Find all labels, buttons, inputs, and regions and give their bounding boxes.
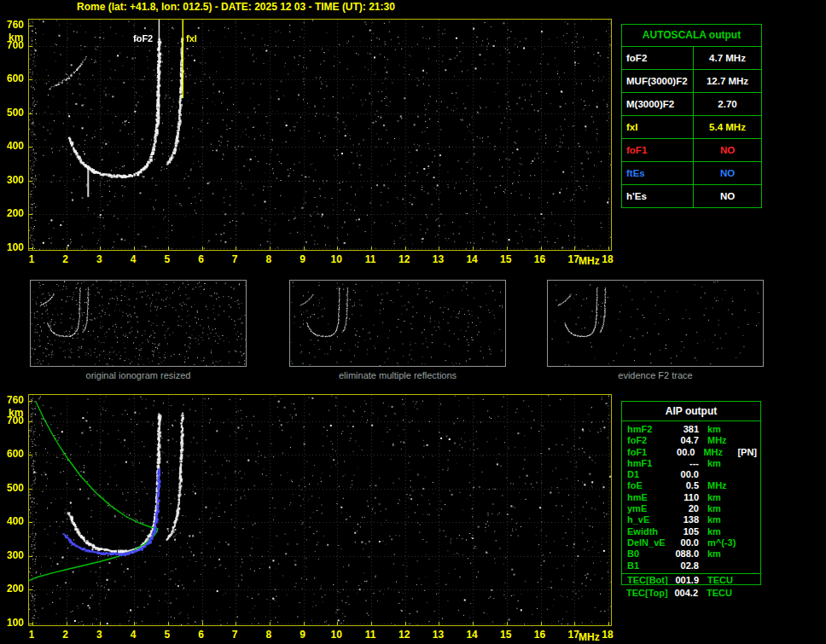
aip-row-unit: km (707, 424, 740, 435)
aip-row-value: 381 (672, 424, 699, 435)
aip-row-value: 02.8 (672, 560, 699, 571)
x-tick-label: 1 (25, 254, 38, 264)
aip-row-value: 00.0 (672, 469, 699, 480)
x-tick-label: 1 (25, 629, 38, 640)
aip-row-label: foF2 (627, 435, 672, 446)
processing-panel: original ionogram resized (30, 280, 247, 380)
x-tick-label: 8 (262, 254, 276, 264)
x-tick-label: 17 (567, 629, 580, 640)
processing-panel-canvas (290, 281, 505, 366)
aip-row: B0088.0km (627, 548, 757, 560)
x-tick-label: 3 (92, 629, 106, 640)
y-tick-label: 500 (2, 107, 24, 118)
aip-row-label: D1 (627, 469, 672, 480)
tec-row-label: TEC[Bot] (627, 575, 672, 586)
y-tick-label: 700 (2, 40, 24, 50)
aip-row-label: h_vE (627, 514, 672, 525)
autoscala-row-value: 5.4 MHz (694, 116, 761, 138)
tec-row-value: 001.9 (672, 575, 699, 586)
y-tick-label: 300 (2, 175, 24, 185)
y-tick-label: 700 (2, 415, 24, 426)
x-tick-label: 9 (296, 629, 310, 640)
top-x-unit-label: MHz (579, 255, 600, 267)
processing-panel-canvas (548, 281, 763, 366)
aip-row: Ewidth105km (627, 526, 757, 537)
autoscala-row-value: NO (694, 162, 761, 184)
aip-row: B102.8 (627, 560, 757, 571)
top-ionogram-plot: foF2 fxI (28, 19, 612, 251)
aip-row-value: 20 (672, 503, 699, 514)
aip-row: foF100.0MHz[PN] (627, 447, 757, 458)
autoscala-row-label: ftEs (622, 162, 694, 184)
aip-row-unit: km (707, 503, 740, 514)
x-tick-label: 11 (364, 629, 377, 640)
y-tick-label: 500 (2, 483, 24, 493)
autoscala-table-rows: foF24.7 MHzMUF(3000)F212.7 MHzM(3000)F22… (622, 47, 761, 207)
aip-row: foF204.7MHz (627, 435, 757, 446)
aip-row-value: --- (672, 458, 699, 469)
aip-row-value: 0.5 (672, 480, 699, 491)
x-tick-label: 10 (329, 254, 343, 264)
x-tick-label: 11 (364, 254, 377, 264)
autoscala-row: h'EsNO (622, 185, 761, 207)
aip-row-unit (707, 560, 740, 571)
autoscala-row-label: fxI (622, 116, 694, 138)
aip-row-value: 110 (672, 492, 699, 503)
x-tick-label: 7 (228, 629, 241, 640)
x-tick-label: 7 (228, 254, 241, 264)
y-tick-label: 600 (2, 449, 24, 459)
aip-row-label: ymE (627, 503, 672, 514)
x-tick-label: 16 (533, 254, 547, 264)
x-tick-label: 15 (499, 629, 513, 640)
x-tick-label: 10 (329, 629, 343, 640)
x-tick-label: 5 (160, 254, 174, 264)
processing-panel-frame (30, 280, 247, 367)
x-tick-label: 16 (533, 629, 547, 640)
autoscala-row-label: MUF(3000)F2 (622, 70, 694, 92)
tec-bottom-box: TEC[Bot]001.9TECU (622, 573, 760, 586)
x-tick-label: 17 (567, 254, 580, 264)
aip-row-value: 138 (672, 514, 699, 525)
x-tick-label: 12 (398, 629, 411, 640)
aip-row-value: 00.0 (672, 537, 699, 548)
aip-row-unit: MHz (707, 435, 740, 446)
x-tick-label: 14 (465, 254, 479, 264)
aip-row-label: hmF2 (627, 424, 672, 435)
aip-row: hmF2381km (627, 424, 757, 435)
autoscala-window: Rome (lat: +41.8, lon: 012.5) - DATE: 20… (0, 0, 826, 644)
autoscala-row-value: 12.7 MHz (694, 70, 761, 92)
aip-output-table: AIP output hmF2381kmfoF204.7MHzfoF100.0M… (621, 401, 761, 585)
station-title: Rome (lat: +41.8, lon: 012.5) - DATE: 20… (77, 1, 395, 13)
aip-row-label: foE (627, 480, 672, 491)
processing-panel: evidence F2 trace (547, 280, 764, 380)
x-tick-label: 6 (195, 254, 208, 264)
x-tick-label: 3 (92, 254, 106, 264)
y-tick-label: 200 (2, 583, 24, 594)
aip-table-rows: hmF2381kmfoF204.7MHzfoF100.0MHz[PN]hmF1-… (622, 421, 760, 571)
tec-row-unit: TECU (707, 575, 740, 586)
aip-row-unit: m^(-3) (707, 537, 740, 548)
tec-row: TEC[Top]004.2TECU (626, 588, 761, 599)
aip-row-label: hmE (627, 492, 672, 503)
y-tick-label: 400 (2, 141, 24, 151)
autoscala-row-label: h'Es (622, 185, 694, 207)
aip-row-unit: km (707, 548, 740, 560)
y-tick-label: 600 (2, 73, 24, 84)
x-tick-label: 13 (431, 629, 445, 640)
autoscala-row: foF24.7 MHz (622, 47, 761, 70)
bottom-ionogram-plot (28, 394, 612, 626)
aip-row-value: 00.0 (669, 447, 695, 458)
y-tick-label: 400 (2, 516, 24, 526)
aip-row-unit: km (707, 526, 740, 537)
x-tick-label: 15 (499, 254, 513, 264)
x-tick-label: 18 (601, 629, 614, 640)
aip-row-label: Ewidth (627, 526, 672, 537)
x-tick-label: 12 (398, 254, 411, 264)
top-ionogram-canvas (29, 20, 611, 250)
bottom-x-unit-label: MHz (579, 631, 600, 643)
autoscala-row: ftEsNO (622, 162, 761, 185)
aip-row-value: 04.7 (672, 435, 699, 446)
x-tick-label: 2 (59, 629, 73, 640)
y-tick-label: 200 (2, 208, 24, 218)
aip-row-unit: MHz (707, 480, 740, 491)
